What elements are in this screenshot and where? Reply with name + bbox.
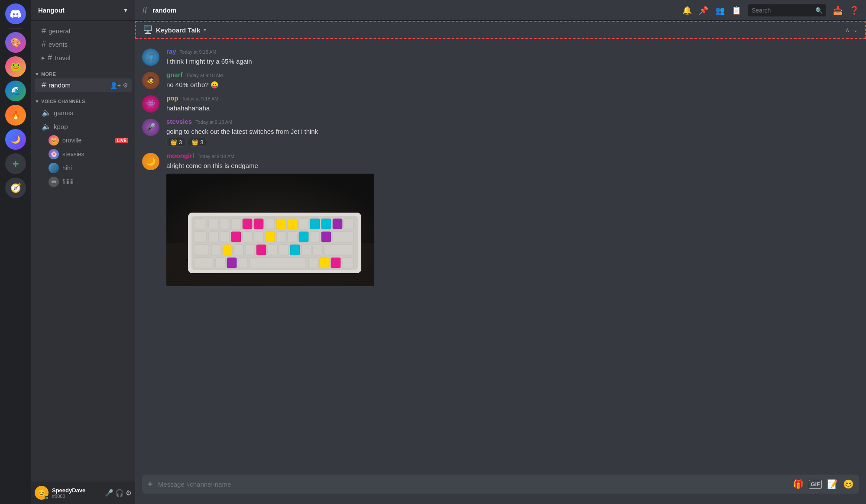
inbox-icon[interactable]: 📋 — [732, 6, 741, 15]
svg-rect-44 — [313, 245, 322, 255]
voice-avatar-oroville: 😺 — [49, 135, 59, 145]
channel-item-random[interactable]: # random 👤+ ⚙ — [35, 78, 132, 92]
svg-rect-14 — [276, 219, 286, 229]
timestamp-stevsies: Today at 9:18 AM — [195, 120, 232, 125]
svg-rect-10 — [231, 219, 241, 229]
gif-button[interactable]: GIF — [809, 480, 822, 489]
svg-rect-39 — [256, 245, 266, 255]
message-text-input[interactable] — [158, 481, 793, 488]
avatar-pop: 👾 — [142, 95, 159, 113]
user-controls: 🎤 🎧 ⚙ — [105, 489, 132, 497]
text-channel-icon: # — [48, 53, 52, 62]
search-bar[interactable]: 🔍 — [748, 4, 826, 16]
category-more[interactable]: ▼ MORE — [31, 65, 135, 78]
add-server-button[interactable]: + — [5, 153, 26, 174]
text-channel-icon: # — [42, 40, 46, 49]
server-icon-3[interactable]: 🌊 — [5, 81, 26, 101]
attach-file-button[interactable]: + — [147, 478, 153, 490]
avatar-moongirl: 🌙 — [142, 153, 159, 170]
message-input-area: + 🎁 GIF 📝 😊 — [135, 475, 866, 504]
username-pop[interactable]: pop — [166, 94, 178, 102]
server-icon-4[interactable]: 🔥 — [5, 105, 26, 126]
thread-icon: 🖥️ — [143, 25, 152, 35]
deafen-headphones-icon[interactable]: 🎧 — [115, 489, 124, 497]
svg-rect-27 — [265, 232, 275, 242]
svg-rect-30 — [299, 232, 308, 242]
voice-user-oroville[interactable]: 😺 oroville LIVE — [45, 133, 132, 147]
server-icon-1[interactable]: 🎨 — [5, 32, 26, 53]
pinned-messages-icon[interactable]: 📌 — [699, 6, 708, 15]
main-content: # random 🔔 📌 👥 📋 🔍 📥 ❓ 🖥️ Keyboard Talk … — [135, 0, 866, 504]
thread-banner-right: ∧ ⌄ — [845, 26, 858, 33]
reaction-count-1: 3 — [179, 139, 182, 145]
voice-users-kpop: 😺 oroville LIVE 🌸 stevsies 🎵 hihi 🕶 fiii… — [31, 133, 135, 189]
message-reactions-stevsies: 👑 3 👑 3 — [166, 138, 859, 147]
category-voice[interactable]: ▼ VOICE CHANNELS — [31, 92, 135, 106]
search-input[interactable] — [752, 7, 812, 14]
svg-rect-15 — [288, 219, 297, 229]
discover-servers-button[interactable]: 🧭 — [5, 178, 26, 198]
username-ray[interactable]: ray — [166, 48, 176, 55]
message-text-ray: I think I might try a 65% again — [166, 57, 859, 66]
channel-name-general: general — [49, 27, 70, 35]
emoji-picker-icon[interactable]: 😊 — [843, 479, 854, 489]
channel-item-general[interactable]: # general — [35, 24, 132, 38]
timestamp-moongirl: Today at 9:18 AM — [198, 154, 234, 159]
inbox-messages-icon[interactable]: 📥 — [833, 6, 843, 15]
server-icon-2[interactable]: 🐸 — [5, 56, 26, 77]
svg-rect-53 — [331, 258, 341, 268]
svg-rect-21 — [194, 232, 206, 242]
voice-user-stevsies[interactable]: 🌸 stevsies — [45, 147, 132, 161]
server-header[interactable]: Hangout ▼ — [31, 0, 135, 21]
text-channel-icon: # — [42, 26, 46, 36]
thread-collapse-up-icon[interactable]: ∧ — [845, 26, 850, 33]
svg-rect-35 — [211, 245, 221, 255]
members-list-icon[interactable]: 👥 — [715, 6, 725, 15]
sticker-icon[interactable]: 📝 — [827, 479, 838, 489]
channel-name-games: games — [54, 109, 73, 116]
message-content-gnarf: gnarf Today at 9:18 AM no 40% ortho? 😛 — [166, 71, 859, 89]
server-dropdown-icon: ▼ — [123, 7, 128, 13]
gift-icon[interactable]: 🎁 — [793, 479, 804, 489]
channel-header-name: random — [152, 6, 176, 14]
avatar-ray: 🎵 — [142, 48, 159, 66]
add-member-icon[interactable]: 👤+ — [110, 82, 121, 89]
help-icon[interactable]: ❓ — [850, 6, 859, 15]
channel-item-kpop[interactable]: 🔈 kpop — [35, 120, 132, 133]
svg-rect-38 — [245, 245, 255, 255]
svg-rect-46 — [194, 258, 213, 268]
voice-user-hihi[interactable]: 🎵 hihi — [45, 161, 132, 175]
channel-item-games[interactable]: 🔈 games — [35, 106, 132, 120]
channel-item-travel[interactable]: ▶ # travel — [35, 51, 132, 65]
svg-rect-42 — [290, 245, 300, 255]
username-moongirl[interactable]: moongirl — [166, 152, 194, 159]
username: SpeedyDave — [52, 487, 101, 494]
message-group-ray: 🎵 ray Today at 9:18 AM I think I might t… — [135, 46, 866, 68]
discord-home-button[interactable] — [5, 3, 26, 24]
svg-rect-24 — [231, 232, 241, 242]
reaction-crown-1[interactable]: 👑 3 — [166, 138, 186, 147]
svg-rect-28 — [276, 232, 286, 242]
reaction-crown-2[interactable]: 👑 3 — [188, 138, 207, 147]
channel-settings-icon[interactable]: ⚙ — [123, 82, 128, 89]
voice-channel-icon: 🔈 — [42, 122, 51, 131]
notifications-icon[interactable]: 🔔 — [682, 6, 692, 15]
thread-expand-down-icon[interactable]: ⌄ — [853, 26, 858, 33]
voice-user-fiiiiiii[interactable]: 🕶 fiiiiiii — [45, 175, 132, 189]
mute-microphone-icon[interactable]: 🎤 — [105, 489, 114, 497]
svg-rect-20 — [344, 219, 354, 229]
message-header-moongirl: moongirl Today at 9:18 AM — [166, 152, 859, 159]
svg-rect-45 — [324, 245, 354, 255]
thread-dropdown-icon[interactable]: ▾ — [204, 27, 206, 33]
text-channel-icon: # — [42, 81, 46, 90]
message-group-moongirl: 🌙 moongirl Today at 9:18 AM alright come… — [135, 150, 866, 288]
svg-rect-12 — [254, 219, 263, 229]
server-icon-5[interactable]: 🌙 — [5, 129, 26, 150]
channel-item-events[interactable]: # events — [35, 38, 132, 51]
svg-rect-49 — [238, 258, 248, 268]
username-stevsies[interactable]: stevsies — [166, 118, 192, 125]
username-gnarf[interactable]: gnarf — [166, 71, 183, 78]
category-voice-label: VOICE CHANNELS — [41, 99, 85, 104]
input-actions: 🎁 GIF 📝 😊 — [793, 479, 854, 489]
user-settings-icon[interactable]: ⚙ — [126, 489, 132, 497]
